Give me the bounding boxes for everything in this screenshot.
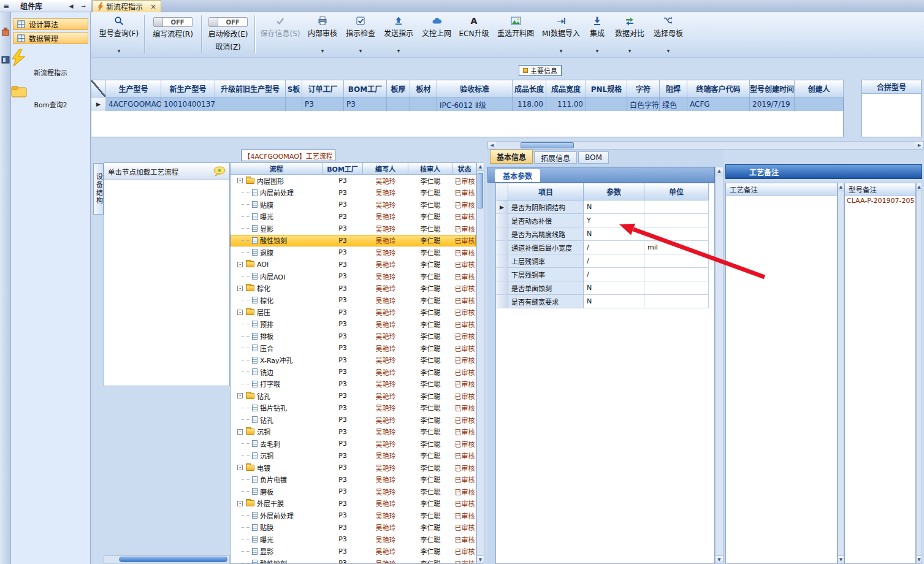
flow-tree-row[interactable]: 棕化P3吴艳玲李仁聪已审核 [231,294,476,307]
flow-tree-row[interactable]: 负片电镀P3吴艳玲李仁聪已审核 [231,474,476,486]
chevron-down-icon[interactable]: ▾ [321,48,324,54]
scroll-up-icon[interactable]: ▲ [917,183,922,191]
column-header[interactable]: 成品长度 [513,80,546,97]
notes-mid-vscrollbar[interactable]: ▲ ▼ [838,183,844,564]
param-row[interactable]: 是否单面蚀刻N [496,281,714,295]
scroll-down-icon[interactable]: ▼ [917,555,922,563]
close-icon[interactable]: × [150,3,156,10]
column-header[interactable]: 创建人 [795,80,844,97]
flow-tree-row[interactable]: 酸性蚀刻P3吴艳玲李仁聪已审核 [231,557,476,564]
flow-tree-row[interactable]: 内层前处理P3吴艳玲李仁聪已审核 [231,187,476,199]
chevron-down-icon[interactable]: ▾ [667,48,670,54]
scroll-up-icon[interactable]: ▲ [477,163,484,171]
flow-tree-row[interactable]: 酸性蚀刻P3吴艳玲李仁聪已审核 [231,235,476,247]
chevron-down-icon[interactable]: ▾ [560,48,563,54]
param-row[interactable]: ▶是否为阴阳铜结构N [496,200,714,214]
column-header[interactable]: S板 [286,80,302,97]
toggle-switch[interactable]: OFF [208,17,248,27]
grid-cell[interactable]: 118.00 [513,97,546,111]
flow-tree-row[interactable]: 退膜P3吴艳玲李仁聪已审核 [231,246,476,259]
tab-bom[interactable]: BOM [578,151,609,164]
flow-tree-row[interactable]: 磨板P3吴艳玲李仁聪已审核 [231,486,476,498]
param-column-header[interactable]: 单位 [644,183,709,200]
param-column-header[interactable]: 参数 [584,183,644,200]
tab-device-structure[interactable]: 设备结构 [93,163,104,215]
chevron-down-icon[interactable]: ▾ [359,48,362,54]
toolbox-icon[interactable] [1,27,10,37]
flow-tree-row[interactable]: -沉铜P3吴艳玲李仁聪已审核 [231,426,476,438]
flow-tree-row[interactable]: 压合P3吴艳玲李仁聪已审核 [231,342,476,354]
scroll-up-icon[interactable]: ▲ [838,183,844,191]
toolbar-button-14[interactable]: 选择母板▾ [648,12,689,55]
flow-tree-row[interactable]: 排板P3吴艳玲李仁聪已审核 [231,330,476,343]
param-unit-cell[interactable] [644,281,709,295]
toolbar-button-11[interactable]: MI数据导入▾ [539,12,583,55]
flow-tree-row[interactable]: 显影P3吴艳玲李仁聪已审核 [231,223,476,235]
toolbar-button-10[interactable]: 重选开料图 [492,12,539,55]
toggle-switch[interactable]: OFF [153,17,193,27]
grid-cell[interactable] [410,97,437,111]
param-value-cell[interactable]: / [584,268,644,281]
flow-column-header[interactable]: BOM工厂 [323,163,363,175]
flow-tree-row[interactable]: 曝光P3吴艳玲李仁聪已审核 [231,533,476,546]
flow-tree-row[interactable]: 铝片钻孔P3吴艳玲李仁聪已审核 [231,402,476,414]
param-row[interactable]: 是否有缝宽要求N [496,295,714,308]
collapse-icon[interactable]: - [237,501,243,506]
tab-new-flow-indication[interactable]: 新流程指示 × [93,0,161,12]
collapse-icon[interactable]: - [237,310,243,315]
flow-vscrollbar[interactable]: ▲ ▼ [476,162,484,564]
grid-cell[interactable]: 绿色 [660,97,687,111]
panel-icon[interactable] [1,55,10,65]
collapse-icon[interactable]: - [237,286,243,291]
column-header[interactable]: 阻焊 [660,80,687,97]
toolbar-button-13[interactable]: 数据对比▾ [611,12,648,55]
flow-column-header[interactable]: 编写人 [363,163,408,175]
column-header[interactable]: 终端客户代码 [687,80,750,97]
device-panel-hscrollbar[interactable] [104,555,230,563]
flow-tree-row[interactable]: -棕化P3吴艳玲李仁聪已审核 [231,283,476,295]
column-header[interactable]: 生产型号 [106,80,161,97]
param-row[interactable]: 下层残铜率/ [496,268,714,281]
scroll-down-icon[interactable]: ▼ [716,555,723,563]
param-value-cell[interactable]: N [584,200,644,214]
flow-tree-row[interactable]: 沉铜P3吴艳玲李仁聪已审核 [231,450,476,462]
toolbar-button-3[interactable]: OFF启动修改(E)取消(Z) [204,12,253,55]
tab-extended-info[interactable]: 拓展信息 [534,151,577,164]
param-unit-cell[interactable] [644,295,709,308]
grid-cell[interactable] [286,97,302,111]
tab-basic-info[interactable]: 基本信息 [490,150,533,164]
column-header[interactable]: 板材 [410,80,437,97]
grid-cell[interactable] [795,97,844,111]
column-header[interactable]: 型号创建时间 [750,80,795,97]
grid-cell[interactable]: 4ACFGOOMAO [106,97,161,111]
flow-tree-row[interactable]: 铣边P3吴艳玲李仁聪已审核 [231,366,476,378]
collapse-icon[interactable]: - [237,429,243,435]
grid-cell[interactable]: P3 [302,97,344,111]
column-header[interactable]: 验收标准 [437,80,513,97]
param-row[interactable]: 通道补偿后最小宽度/mil [496,241,714,254]
grid-cell[interactable]: IPC-6012 Ⅱ级 [437,97,513,111]
toolbar-button-6[interactable]: 指示检查▾ [342,12,380,55]
scroll-left-icon[interactable]: ◀ [488,142,496,149]
flow-tree-row[interactable]: 打字哦P3吴艳玲李仁聪已审核 [231,378,476,391]
toolbar-button-8[interactable]: 文控上网 [418,12,456,55]
toolbar-button-5[interactable]: 内部审核▾ [304,12,342,55]
flow-tree-row[interactable]: 贴膜P3吴艳玲李仁聪已审核 [231,199,476,211]
flow-column-header[interactable]: 状态 [452,163,476,175]
grid-cell[interactable]: P3 [344,97,387,111]
param-value-cell[interactable]: / [584,241,644,254]
param-value-cell[interactable]: / [584,254,644,268]
grid-cell[interactable]: 白色字符 [627,97,660,111]
grid-cell[interactable] [215,97,286,111]
param-unit-cell[interactable] [644,214,709,227]
grid-cell[interactable]: 111.00 [546,97,586,111]
scroll-down-icon[interactable]: ▼ [838,555,844,563]
param-value-cell[interactable]: N [584,227,644,241]
flow-column-header[interactable]: 核审人 [408,163,452,175]
param-column-header[interactable]: 项目 [508,183,584,200]
tool-bom-query[interactable]: Bom查询2 [11,85,90,109]
flow-tree-row[interactable]: 贴膜P3吴艳玲李仁聪已审核 [231,522,476,534]
toolbar-button-1[interactable]: 型号查询(F)▾ [96,12,142,55]
flow-tree-row[interactable]: 钻孔P3吴艳玲李仁聪已审核 [231,414,476,426]
flow-tree-row[interactable]: 曝光P3吴艳玲李仁聪已审核 [231,211,476,223]
